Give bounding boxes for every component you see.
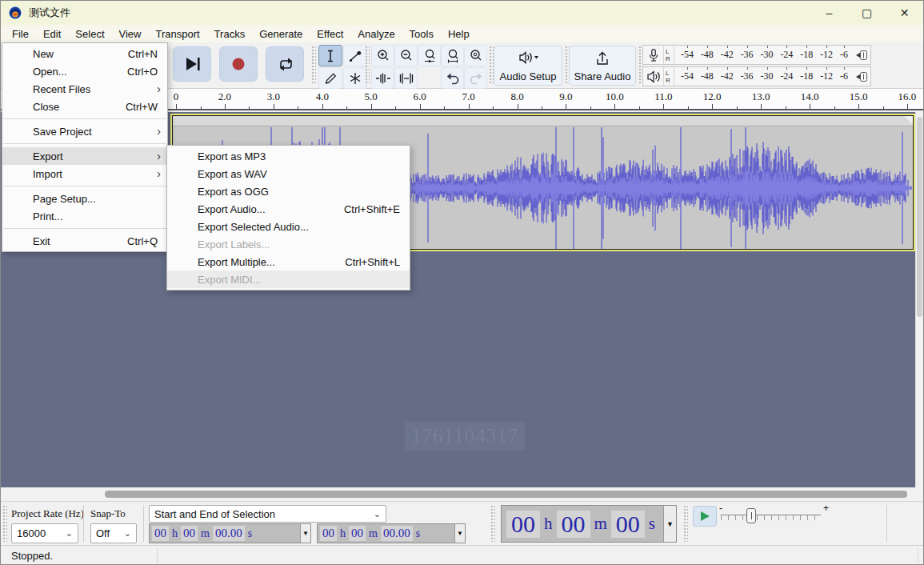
toolbar-grip[interactable]: [683, 505, 688, 542]
time-digits[interactable]: 00: [152, 526, 169, 541]
time-unit[interactable]: s: [646, 514, 658, 534]
menu-item-exit[interactable]: ExitCtrl+Q: [2, 232, 167, 250]
play-at-speed-button[interactable]: [693, 506, 717, 527]
dropdown-arrow-icon[interactable]: ▼: [454, 524, 465, 543]
time-digits[interactable]: 00: [320, 526, 337, 541]
toolbar-grip[interactable]: [365, 46, 370, 85]
menu-item-export-audio[interactable]: Export Audio...Ctrl+Shift+E: [167, 200, 410, 218]
time-unit[interactable]: h: [338, 527, 348, 540]
trim-audio-button[interactable]: [371, 67, 394, 89]
menubar-item-select[interactable]: Select: [68, 26, 111, 42]
time-unit[interactable]: s: [414, 527, 422, 540]
menu-item-label: Recent Files: [33, 83, 90, 95]
time-digits[interactable]: 00.00: [381, 526, 413, 541]
horizontal-scrollbar-thumb[interactable]: [105, 491, 907, 498]
time-unit[interactable]: s: [246, 527, 254, 540]
menu-item-export-as-wav[interactable]: Export as WAV: [167, 165, 410, 182]
zoom-out-icon: [398, 48, 414, 64]
snap-to-select[interactable]: Off ⌄: [90, 523, 137, 543]
time-unit[interactable]: m: [198, 527, 212, 540]
time-unit[interactable]: m: [366, 527, 380, 540]
menubar-item-tracks[interactable]: Tracks: [207, 26, 253, 42]
menubar-item-effect[interactable]: Effect: [310, 26, 350, 42]
channel-label: L: [666, 70, 674, 77]
time-unit[interactable]: m: [592, 514, 610, 534]
time-digits[interactable]: 00: [349, 526, 366, 541]
loop-button[interactable]: [266, 46, 304, 82]
menu-item-export-as-mp3[interactable]: Export as MP3: [167, 147, 410, 165]
selection-mode-select[interactable]: Start and End of Selection ⌄: [149, 505, 386, 523]
playback-meter[interactable]: LR -54-48-42-36-30-24-18-12-6: [642, 66, 871, 86]
menu-item-page-setup[interactable]: Page Setup...: [2, 190, 167, 207]
menu-item-print[interactable]: Print...: [2, 207, 167, 225]
draw-tool-button[interactable]: [318, 67, 342, 89]
menu-item-save-project[interactable]: Save Project›: [2, 122, 167, 140]
horizontal-scrollbar[interactable]: [1, 487, 923, 501]
zoom-out-button[interactable]: [394, 45, 418, 66]
status-text: Stopped.: [11, 550, 53, 562]
fit-project-button[interactable]: [441, 45, 464, 66]
toolbar-grip[interactable]: [2, 505, 7, 542]
audio-position-display[interactable]: 00h00m00s▼: [501, 505, 677, 543]
menu-item-export[interactable]: Export›: [2, 147, 167, 165]
time-unit[interactable]: h: [542, 514, 555, 534]
time-digits[interactable]: 00: [181, 526, 198, 541]
channel-label: R: [666, 77, 674, 84]
selection-start-field[interactable]: 00h00m00.00s▼: [149, 523, 311, 543]
menu-item-export-selected-audio[interactable]: Export Selected Audio...: [167, 218, 410, 235]
vertical-scrollbar[interactable]: [915, 112, 923, 487]
zoom-in-button[interactable]: [371, 45, 394, 66]
play-button[interactable]: [173, 46, 211, 82]
selection-tool-button[interactable]: [318, 45, 342, 66]
menubar-item-file[interactable]: File: [5, 26, 36, 42]
menubar-item-view[interactable]: View: [112, 26, 149, 42]
playback-speed-slider[interactable]: [721, 515, 821, 520]
menu-item-export-as-ogg[interactable]: Export as OGG: [167, 182, 410, 200]
time-digits[interactable]: 00.00: [213, 526, 245, 541]
menubar-item-tools[interactable]: Tools: [402, 26, 441, 42]
share-audio-button[interactable]: Share Audio: [569, 46, 636, 86]
maximize-button[interactable]: ▢: [848, 1, 886, 25]
recording-meter[interactable]: LR -54-48-42-36-30-24-18-12-6: [642, 45, 871, 65]
zoom-selection-button[interactable]: [418, 45, 441, 66]
zoom-toggle-button[interactable]: [464, 45, 487, 66]
audio-setup-button[interactable]: Audio Setup: [494, 46, 562, 86]
menu-item-new[interactable]: NewCtrl+N: [2, 45, 167, 62]
time-unit[interactable]: h: [170, 527, 180, 540]
menu-item-label: Export as OGG: [198, 186, 269, 198]
time-digits[interactable]: 00: [506, 511, 540, 538]
playback-volume-slider[interactable]: [853, 67, 870, 86]
toolbar-grip[interactable]: [490, 505, 495, 542]
loop-icon: [274, 54, 295, 74]
menu-item-import[interactable]: Import›: [2, 165, 167, 182]
record-button[interactable]: [219, 46, 258, 82]
vertical-scrollbar-thumb[interactable]: [917, 117, 922, 317]
menu-item-open[interactable]: Open...Ctrl+O: [2, 62, 167, 80]
menu-item-recent-files[interactable]: Recent Files›: [2, 80, 167, 98]
undo-button[interactable]: [441, 67, 464, 89]
multi-tool-button[interactable]: [343, 67, 367, 89]
close-button[interactable]: ✕: [886, 1, 923, 25]
dropdown-arrow-icon[interactable]: ▼: [663, 506, 676, 542]
menubar-item-help[interactable]: Help: [441, 26, 477, 42]
record-icon: [228, 54, 249, 74]
toolbar-grip[interactable]: [311, 46, 316, 85]
selection-end-field[interactable]: 00h00m00.00s▼: [317, 523, 466, 543]
menubar-item-edit[interactable]: Edit: [36, 26, 68, 42]
menu-item-export-multiple[interactable]: Export Multiple...Ctrl+Shift+L: [167, 253, 410, 270]
menubar-item-generate[interactable]: Generate: [252, 26, 310, 42]
menubar-item-analyze[interactable]: Analyze: [350, 26, 402, 42]
dropdown-arrow-icon[interactable]: ▼: [300, 524, 310, 543]
silence-audio-button[interactable]: [394, 67, 418, 89]
menu-item-close[interactable]: CloseCtrl+W: [2, 98, 167, 115]
envelope-tool-button[interactable]: [343, 45, 367, 66]
time-digits[interactable]: 00: [557, 511, 590, 538]
recording-volume-slider[interactable]: [853, 46, 870, 64]
clip-header[interactable]: [173, 116, 913, 126]
menubar-item-transport[interactable]: Transport: [148, 26, 206, 42]
project-rate-select[interactable]: 16000 ⌄: [11, 523, 78, 543]
minimize-button[interactable]: –: [810, 1, 848, 25]
playback-speed-handle[interactable]: [746, 508, 756, 523]
time-digits[interactable]: 00: [611, 511, 645, 538]
ruler-tick: [298, 106, 298, 109]
